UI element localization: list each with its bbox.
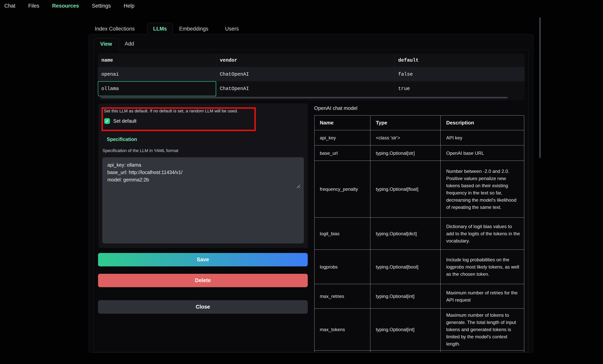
set-default-note: Set this LLM as default. If no default i… [104,109,254,114]
table-row: base_url typing.Optional[str] OpenAI bas… [314,146,524,161]
table-row: logit_bias typing.Optional[dict] Diction… [314,217,524,250]
set-default-checkbox[interactable]: ✓ [104,118,110,124]
tab-users[interactable]: Users [225,23,239,35]
nav-item-help[interactable]: Help [124,3,135,9]
llm-row-vendor: ChatOpenAI [216,81,394,96]
params-header-row: Name Type Description [314,115,524,130]
nav-item-resources[interactable]: Resources [52,3,79,9]
table-row: max_retries typing.Optional[int] Maximum… [314,284,524,308]
save-button[interactable]: Save [98,253,308,266]
params-table: Name Type Description api_key <class 'st… [314,115,524,352]
llm-table-header: name vendor default [98,54,525,67]
table-row: logprobs typing.Optional[bool] Include l… [314,250,524,284]
specification-heading: Specification [107,136,137,142]
param-name [314,351,370,352]
param-description: Include log probabilities on the logprob… [441,250,524,284]
params-col-description: Description [441,115,524,130]
param-type: typing.Optional[int] [370,284,441,308]
param-type: <class 'str'> [370,130,441,145]
param-description: Number between -2.0 and 2.0. Positive va… [441,161,524,217]
check-icon: ✓ [105,119,109,124]
table-row-selected[interactable]: ollama ChatOpenAI true [98,81,525,96]
llm-detail-form: Set this LLM as default. If no default i… [98,103,308,248]
llm-col-name: name [98,54,216,67]
param-description: OpenAI base URL [441,146,524,161]
delete-button[interactable]: Delete [98,274,308,287]
table-row: frequency_penalty typing.Optional[float]… [314,161,524,217]
top-nav: Chat Files Resources Settings Help [0,0,603,12]
param-name: logit_bias [314,217,370,250]
params-col-type: Type [370,115,441,130]
param-type: typing.Optional[int] [370,308,441,350]
param-name: base_url [314,146,370,161]
param-name: api_key [314,130,370,145]
nav-item-chat[interactable]: Chat [4,3,15,9]
llm-row-name[interactable]: ollama [98,81,216,96]
param-description: Maximum number of tokens to generate. Th… [441,308,524,350]
llm-col-default: default [394,54,525,67]
table-row-partial [314,351,524,352]
table-row[interactable]: openai ChatOpenAI false [98,67,525,81]
param-description: Maximum number of retries for the API re… [441,284,524,308]
llm-row-name[interactable]: openai [98,67,216,81]
tab-embeddings[interactable]: Embeddings [179,23,208,35]
llm-col-vendor: vendor [216,54,394,67]
param-description: API key [441,130,524,145]
param-type: typing.Optional[str] [370,146,441,161]
param-type: typing.Optional[float] [370,161,441,217]
set-default-label: Set default [113,118,137,124]
app-root: Chat Files Resources Settings Help Index… [0,0,603,364]
close-button[interactable]: Close [98,300,308,314]
subtab-add[interactable]: Add [125,38,134,50]
param-description: Dictionary of logit bias values to add t… [441,217,524,250]
tab-index-collections[interactable]: Index Collections [95,23,135,35]
specification-helper: Specification of the LLM in YAML format [103,148,178,153]
table-row: max_tokens typing.Optional[int] Maximum … [314,308,524,351]
params-table-viewport: Name Type Description api_key <class 'st… [314,115,524,352]
params-panel-title: OpenAI chat model [314,105,358,111]
params-col-name: Name [314,115,370,130]
tab-llms[interactable]: LLMs [147,23,173,35]
llm-row-default: false [394,67,525,81]
set-default-row: ✓ Set default [104,118,137,124]
param-name: max_retries [314,284,370,308]
param-description [441,351,524,352]
param-name: logprobs [314,250,370,284]
nav-item-settings[interactable]: Settings [92,3,111,9]
param-name: frequency_penalty [314,161,370,217]
yaml-specification-input[interactable]: api_key: ollama base_url: http://localho… [102,157,304,243]
vertical-scrollbar[interactable] [539,17,541,158]
param-type: typing.Optional[bool] [370,250,441,284]
table-row: api_key <class 'str'> API key [314,130,524,146]
nav-item-files[interactable]: Files [28,3,39,9]
param-name: max_tokens [314,308,370,350]
param-type [370,351,441,352]
subtab-view[interactable]: View [93,38,119,50]
param-type: typing.Optional[dict] [370,217,441,250]
horizontal-scrollbar[interactable] [101,97,508,98]
llm-row-default: true [394,81,525,96]
llm-list-table: name vendor default openai ChatOpenAI fa… [98,54,525,100]
llm-row-vendor: ChatOpenAI [216,67,394,81]
